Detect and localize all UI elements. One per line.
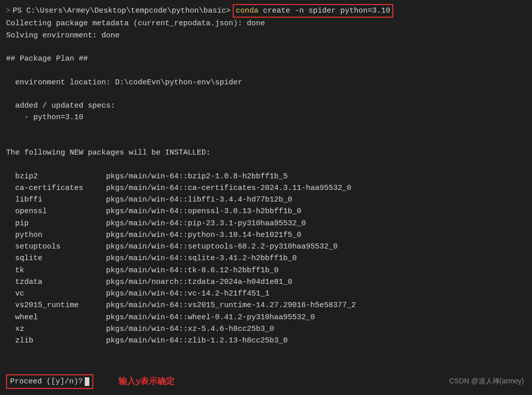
prompt-line: > PS C:\Users\Armey\Desktop\tempcode\pyt… [6,4,526,18]
new-packages-heading: The following NEW packages will be INSTA… [6,147,526,159]
command-highlight-box: conda create -n spider python=3.10 [233,4,393,18]
package-row: sqlitepkgs/main/win-64::sqlite-3.41.2-h2… [15,253,526,264]
solving-env-line: Solving environment: done [6,30,526,41]
package-row: tkpkgs/main/win-64::tk-8.6.12-h2bbff1b_0 [15,265,526,276]
blank-line [6,124,526,135]
command-args: create -n spider python=3.10 [258,7,390,15]
blank-line [6,88,526,100]
package-name: python [15,229,106,241]
watermark: CSDN @道人禅(armey) [449,376,524,387]
package-spec: pkgs/main/win-64::bzip2-1.0.8-h2bbff1b_5 [106,171,288,182]
package-name: libffi [15,194,106,206]
blank-line [6,41,526,53]
package-spec: pkgs/main/win-64::xz-5.4.6-h8cc25b3_0 [106,323,274,335]
env-location-line: environment location: D:\codeEvn\python-… [6,77,526,88]
package-spec: pkgs/main/win-64::pip-23.3.1-py310haa955… [106,218,306,229]
package-plan-heading: ## Package Plan ## [6,53,526,65]
package-name: tzdata [15,276,106,288]
terminal[interactable]: > PS C:\Users\Armey\Desktop\tempcode\pyt… [6,4,526,389]
package-spec: pkgs/main/win-64::openssl-3.0.13-h2bbff1… [106,206,301,217]
package-name: pip [15,218,106,229]
specs-heading: added / updated specs: [6,100,526,112]
package-row: ca-certificatespkgs/main/win-64::ca-cert… [15,182,526,194]
package-row: opensslpkgs/main/win-64::openssl-3.0.13-… [15,206,526,217]
package-spec: pkgs/main/win-64::wheel-0.41.2-py310haa9… [106,312,315,323]
package-row: libffipkgs/main/win-64::libffi-3.4.4-hd7… [15,194,526,206]
package-name: zlib [15,335,106,347]
package-row: vs2015_runtimepkgs/main/win-64::vs2015_r… [15,300,526,311]
package-row: vcpkgs/main/win-64::vc-14.2-h21ff451_1 [15,288,526,300]
package-spec: pkgs/main/win-64::tk-8.6.12-h2bbff1b_0 [106,265,279,276]
proceed-prompt-text: Proceed ([y]/n)? [10,376,83,387]
package-row: setuptoolspkgs/main/win-64::setuptools-6… [15,241,526,253]
package-name: setuptools [15,241,106,253]
command-keyword: conda [236,7,258,15]
package-row: xzpkgs/main/win-64::xz-5.4.6-h8cc25b3_0 [15,323,526,335]
specs-item: - python=3.10 [6,112,526,123]
package-spec: pkgs/main/win-64::libffi-3.4.4-hd77b12b_… [106,194,292,206]
blank-line [6,347,526,358]
prompt-path: PS C:\Users\Armey\Desktop\tempcode\pytho… [13,5,231,17]
package-spec: pkgs/main/win-64::setuptools-68.2.2-py31… [106,241,338,253]
package-name: wheel [15,312,106,323]
cursor[interactable] [85,377,89,386]
package-spec: pkgs/main/win-64::python-3.10.14-he1021f… [106,229,301,241]
package-name: tk [15,265,106,276]
package-name: ca-certificates [15,182,106,194]
package-row: bzip2pkgs/main/win-64::bzip2-1.0.8-h2bbf… [15,171,526,182]
package-spec: pkgs/main/win-64::vs2015_runtime-14.27.2… [106,300,356,311]
package-row: pippkgs/main/win-64::pip-23.3.1-py310haa… [15,218,526,229]
package-name: openssl [15,206,106,217]
proceed-highlight-box: Proceed ([y]/n)? [6,374,93,389]
package-spec: pkgs/main/win-64::ca-certificates-2024.3… [106,182,351,194]
blank-line [6,135,526,147]
package-name: bzip2 [15,171,106,182]
package-table: bzip2pkgs/main/win-64::bzip2-1.0.8-h2bbf… [6,171,526,347]
collecting-metadata-line: Collecting package metadata (current_rep… [6,18,526,29]
package-row: pythonpkgs/main/win-64::python-3.10.14-h… [15,229,526,241]
package-spec: pkgs/main/win-64::zlib-1.2.13-h8cc25b3_0 [106,335,288,347]
package-spec: pkgs/main/win-64::vc-14.2-h21ff451_1 [106,288,270,300]
package-name: vc [15,288,106,300]
package-row: wheelpkgs/main/win-64::wheel-0.41.2-py31… [15,312,526,323]
package-spec: pkgs/main/noarch::tzdata-2024a-h04d1e81_… [106,276,292,288]
package-name: sqlite [15,253,106,264]
package-row: zlibpkgs/main/win-64::zlib-1.2.13-h8cc25… [15,335,526,347]
blank-line [6,359,526,370]
annotation-text: 输入y表示确定 [119,375,175,388]
package-name: vs2015_runtime [15,300,106,311]
blank-line [6,65,526,76]
prompt-marker: > [6,5,11,17]
package-spec: pkgs/main/win-64::sqlite-3.41.2-h2bbff1b… [106,253,297,264]
package-name: xz [15,323,106,335]
package-row: tzdatapkgs/main/noarch::tzdata-2024a-h04… [15,276,526,288]
blank-line [6,159,526,170]
proceed-row: Proceed ([y]/n)? 输入y表示确定 [6,374,526,389]
